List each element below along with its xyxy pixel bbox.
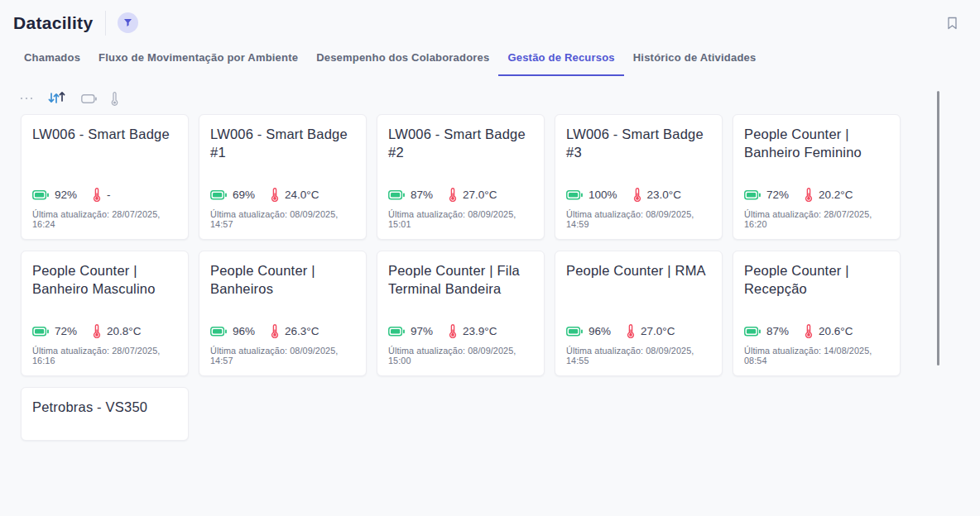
battery-filter-button[interactable]	[81, 94, 97, 103]
thermometer-icon	[805, 188, 813, 202]
tab-label: Chamados	[24, 51, 80, 64]
temperature-value: 20.2°C	[819, 189, 853, 201]
device-card[interactable]: People Counter | Fila Terminal Bandeira …	[377, 251, 545, 376]
funnel-icon	[123, 18, 132, 27]
battery-value: 96%	[233, 325, 255, 337]
last-update-text: Última atualização: 08/09/2025, 15:00	[388, 346, 532, 366]
last-update-text: Última atualização: 28/07/2025, 16:24	[32, 209, 176, 229]
device-title: People Counter | RMA	[566, 262, 710, 280]
last-update-text: Última atualização: 08/09/2025, 15:01	[388, 209, 532, 229]
temperature-value: 20.8°C	[107, 325, 141, 337]
thermometer-icon	[111, 92, 118, 106]
tab-item-2[interactable]: Desempenho dos Colaboradores	[307, 45, 498, 76]
battery-icon	[81, 94, 97, 103]
thermometer-icon	[805, 324, 813, 338]
device-title: LW006 - Smart Badge #2	[388, 126, 532, 162]
device-stats: 87% 27.0°C	[388, 188, 532, 202]
header-divider	[105, 11, 106, 36]
device-stats: 69% 24.0°C	[210, 188, 354, 202]
tab-item-0[interactable]: Chamados	[15, 45, 89, 76]
temperature-stat: 26.3°C	[271, 324, 319, 338]
filter-button[interactable]	[118, 12, 138, 33]
device-title: LW006 - Smart Badge #3	[566, 126, 710, 162]
tab-label: Desempenho dos Colaboradores	[316, 51, 489, 64]
bookmark-button[interactable]	[946, 17, 958, 30]
more-options-button[interactable]	[20, 96, 33, 101]
thermometer-icon	[93, 188, 101, 202]
thermometer-icon	[627, 324, 635, 338]
sort-arrows-icon	[47, 91, 67, 106]
device-stats: 97% 23.9°C	[388, 324, 532, 338]
battery-stat: 96%	[210, 325, 255, 337]
battery-value: 72%	[55, 325, 77, 337]
thermometer-icon	[449, 188, 457, 202]
temperature-value: 27.0°C	[463, 189, 497, 201]
device-card[interactable]: People Counter | Banheiros 96% 26.3°C Úl…	[199, 251, 367, 376]
thermometer-icon	[271, 324, 279, 338]
tab-item-4[interactable]: Histórico de Atividades	[624, 45, 766, 76]
battery-value: 97%	[411, 325, 433, 337]
device-title: Petrobras - VS350	[32, 399, 176, 417]
temperature-value: 23.9°C	[463, 325, 497, 337]
battery-icon	[566, 327, 583, 337]
device-title: LW006 - Smart Badge	[32, 126, 176, 144]
battery-stat: 72%	[32, 325, 77, 337]
device-stats: 92% -	[32, 188, 176, 202]
last-update-text: Última atualização: 28/07/2025, 16:20	[744, 209, 888, 229]
temperature-value: 20.6°C	[819, 325, 853, 337]
temperature-stat: 23.0°C	[633, 188, 681, 202]
bookmark-icon	[946, 17, 958, 30]
temperature-stat: 20.8°C	[93, 324, 141, 338]
device-title: LW006 - Smart Badge #1	[210, 126, 354, 162]
temperature-stat: -	[93, 188, 111, 202]
battery-value: 87%	[411, 189, 433, 201]
battery-stat: 69%	[210, 189, 255, 201]
temperature-value: 24.0°C	[285, 189, 319, 201]
last-update-text: Última atualização: 08/09/2025, 14:55	[566, 346, 710, 366]
device-card[interactable]: LW006 - Smart Badge #2 87% 27.0°C Última…	[377, 114, 545, 240]
more-options-icon	[20, 96, 33, 101]
battery-stat: 92%	[32, 189, 77, 201]
device-card[interactable]: Petrobras - VS350	[21, 387, 189, 441]
header: Datacility	[0, 0, 980, 40]
battery-value: 92%	[55, 189, 77, 201]
temperature-value: 27.0°C	[641, 325, 675, 337]
last-update-text: Última atualização: 08/09/2025, 14:59	[566, 209, 710, 229]
last-update-text: Última atualização: 08/09/2025, 14:57	[210, 346, 354, 366]
battery-icon	[210, 190, 227, 200]
tab-item-1[interactable]: Fluxo de Movimentação por Ambiente	[89, 45, 307, 76]
device-card[interactable]: LW006 - Smart Badge #3 100% 23.0°C Últim…	[555, 114, 723, 240]
temperature-value: -	[107, 189, 111, 201]
device-card[interactable]: LW006 - Smart Badge #1 69% 24.0°C Última…	[199, 114, 367, 240]
battery-icon	[32, 327, 49, 337]
device-card[interactable]: People Counter | Banheiro Masculino 72% …	[21, 251, 189, 376]
device-stats: 96% 26.3°C	[210, 324, 354, 338]
battery-icon	[32, 190, 49, 200]
temperature-filter-button[interactable]	[111, 92, 118, 106]
device-card[interactable]: People Counter | RMA 96% 27.0°C Última a…	[555, 251, 723, 376]
device-stats: 72% 20.8°C	[32, 324, 176, 338]
battery-value: 87%	[766, 325, 789, 337]
battery-value: 100%	[588, 189, 617, 201]
temperature-value: 26.3°C	[285, 325, 319, 337]
device-card[interactable]: LW006 - Smart Badge 92% - Última atualiz…	[21, 114, 189, 240]
battery-value: 69%	[233, 189, 255, 201]
temperature-stat: 24.0°C	[271, 188, 319, 202]
last-update-text: Última atualização: 08/09/2025, 14:57	[210, 209, 354, 229]
device-title: People Counter | Banheiro Masculino	[32, 262, 176, 299]
device-stats: 72% 20.2°C	[744, 188, 888, 202]
battery-icon	[566, 190, 583, 200]
vertical-scrollbar[interactable]	[937, 91, 939, 366]
thermometer-icon	[93, 324, 101, 338]
battery-stat: 100%	[566, 189, 617, 201]
sort-button[interactable]	[47, 91, 67, 106]
temperature-stat: 20.6°C	[805, 324, 853, 338]
tab-item-3[interactable]: Gestão de Recursos	[498, 45, 623, 76]
device-card[interactable]: People Counter | Recepção 87% 20.6°C Últ…	[733, 251, 901, 376]
device-card[interactable]: People Counter | Banheiro Feminino 72% 2…	[733, 114, 901, 240]
battery-icon	[388, 190, 405, 200]
toolbar	[20, 88, 980, 109]
tab-label: Gestão de Recursos	[507, 51, 614, 64]
device-stats: 87% 20.6°C	[744, 324, 888, 338]
battery-value: 72%	[766, 189, 789, 201]
